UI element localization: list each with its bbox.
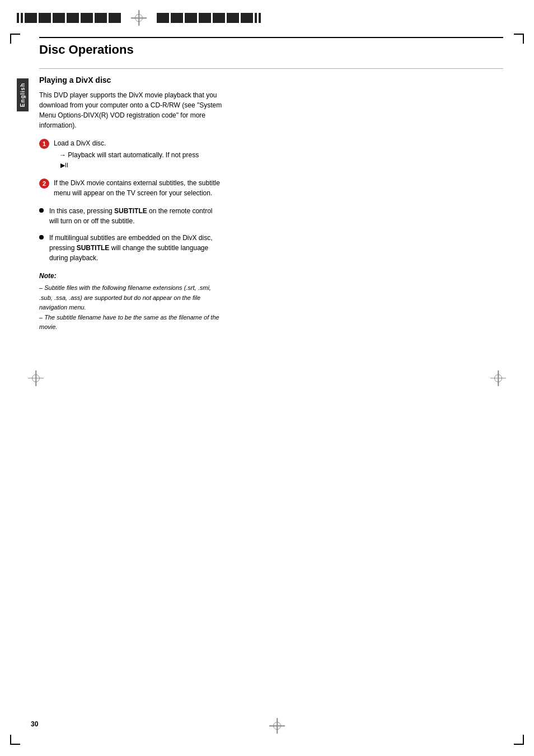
corner-mark-br <box>514 735 524 745</box>
bar-segments-left <box>17 13 121 23</box>
section-rule <box>39 68 503 69</box>
step-arrow-text: Playback will start automatically. If no… <box>68 151 199 159</box>
bullet-bold-2: SUBTITLE <box>77 244 110 252</box>
bar-seg <box>199 13 211 23</box>
bar-seg <box>25 13 37 23</box>
bar-seg <box>185 13 197 23</box>
bar-segments-right <box>157 13 261 23</box>
bar-seg <box>241 13 253 23</box>
bar-seg <box>255 13 257 23</box>
step-item-2: 2 If the DivX movie contains external su… <box>39 178 503 198</box>
step-item-1: 1 Load a DivX disc. → Playback will star… <box>39 138 503 170</box>
section-title: Playing a DivX disc <box>39 76 503 84</box>
bullet-bold-1: SUBTITLE <box>114 207 147 215</box>
step-content-2: If the DivX movie contains external subt… <box>54 178 227 198</box>
top-rule <box>39 37 503 38</box>
bar-seg <box>53 13 65 23</box>
page-container: English Disc Operations Playing a DivX d… <box>0 0 534 756</box>
note-text: – Subtitle files with the following file… <box>39 283 224 332</box>
bullet-text-before-1: In this case, pressing <box>49 207 114 215</box>
bullet-dot-2 <box>39 235 44 240</box>
note-title: Note: <box>39 272 224 280</box>
step-text-2: If the DivX movie contains external subt… <box>54 179 220 197</box>
center-crosshair <box>131 10 147 26</box>
bar-seg <box>157 13 169 23</box>
bar-seg <box>109 13 121 23</box>
left-crosshair <box>28 370 44 386</box>
step-arrow-1: → Playback will start automatically. If … <box>54 150 199 170</box>
corner-mark-bl <box>10 735 20 745</box>
bar-seg <box>81 13 93 23</box>
right-crosshair <box>490 370 506 386</box>
play-pause-icon: ▶II <box>60 161 68 170</box>
note-section: Note: – Subtitle files with the followin… <box>39 272 224 332</box>
step-number-1: 1 <box>39 139 49 149</box>
page-number: 30 <box>31 720 38 728</box>
bullet-item-2: If multilingual subtitles are embedded o… <box>39 233 503 263</box>
bar-seg <box>95 13 107 23</box>
step-content-1: Load a DivX disc. → Playback will start … <box>54 138 199 170</box>
bar-seg <box>21 13 23 23</box>
step-text-1: Load a DivX disc. <box>54 139 106 147</box>
bar-seg <box>227 13 239 23</box>
bullet-dot-1 <box>39 208 44 213</box>
bullet-item-1: In this case, pressing SUBTITLE on the r… <box>39 206 503 226</box>
bottom-crosshair-circle <box>273 722 281 730</box>
bar-seg <box>67 13 79 23</box>
step-list: 1 Load a DivX disc. → Playback will star… <box>39 138 503 198</box>
left-crosshair-circle <box>32 374 40 382</box>
page-title: Disc Operations <box>39 43 503 57</box>
note-line-2: – The subtitle filename have to be the s… <box>39 313 224 332</box>
note-line-1: – Subtitle files with the following file… <box>39 283 224 313</box>
bullet-content-1: In this case, pressing SUBTITLE on the r… <box>49 206 223 226</box>
crosshair-circle <box>135 14 143 22</box>
bar-seg <box>17 13 19 23</box>
step-number-2: 2 <box>39 179 49 189</box>
bottom-crosshair <box>269 718 285 734</box>
right-crosshair-circle <box>494 374 502 382</box>
bar-seg <box>39 13 51 23</box>
main-content: Disc Operations Playing a DivX disc This… <box>0 31 534 355</box>
bullet-list: In this case, pressing SUBTITLE on the r… <box>39 206 503 263</box>
bar-seg <box>213 13 225 23</box>
top-bar <box>0 0 534 31</box>
bar-seg <box>259 13 261 23</box>
bullet-content-2: If multilingual subtitles are embedded o… <box>49 233 223 263</box>
bar-seg <box>171 13 183 23</box>
intro-text: This DVD player supports the DivX movie … <box>39 90 224 130</box>
